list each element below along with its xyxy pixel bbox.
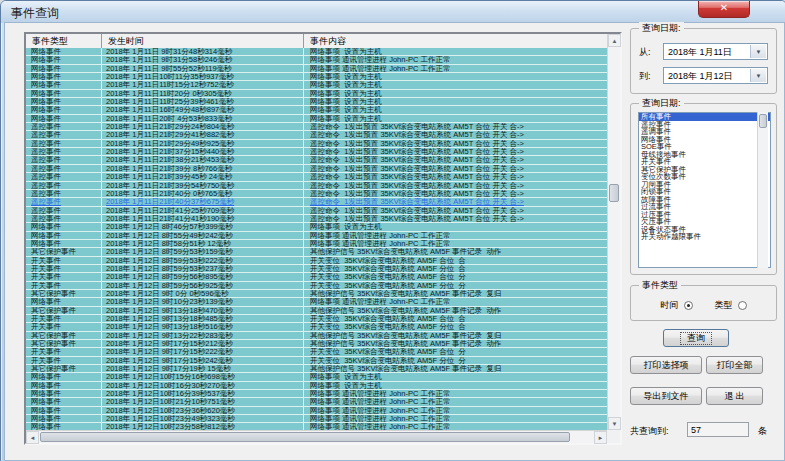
table-row[interactable]: 遥控事件2018年 1月11日21时29分41秒882毫秒遥控命令 1发出预置 … [26, 131, 607, 139]
event-type-option[interactable]: 设备状态事件 [639, 226, 770, 234]
horizontal-scroll-thumb[interactable] [40, 432, 570, 442]
titlebar[interactable]: 事件查询 ✕ [1, 1, 785, 23]
table-row[interactable]: 遥控事件2018年 1月11日21时37分15秒440毫秒遥控命令 1发出预置 … [26, 148, 607, 156]
event-type-option[interactable]: SOE事件 [639, 143, 770, 151]
table-row[interactable]: 网络事件2018年 1月11日 9时31分58秒246毫秒网络事项 通讯管理进程… [26, 56, 607, 64]
export-to-file-button[interactable]: 导出到文件 [630, 387, 702, 405]
table-row[interactable]: 网络事件2018年 1月11日16时49分48秒897毫秒网络事项 设置为主机 [26, 106, 607, 114]
table-row[interactable]: 开关事件2018年 1月12日 8时59分56秒925毫秒开关变位 35KV综合… [26, 282, 607, 290]
table-row[interactable]: 其它保护事件2018年 1月12日 9时13分22秒283毫秒其他保护信号 35… [26, 332, 607, 340]
table-cell-content: 开关变位 35KV综合变电站系统 AM5F 分位 合 [304, 265, 607, 272]
table-row[interactable]: 遥控事件2018年 1月11日21时40分37秒675毫秒遥控命令 1发出预置 … [26, 198, 607, 206]
event-type-option[interactable]: 遥控事件 [639, 121, 770, 129]
table-cell-time: 2018年 1月12日 8时59分56秒895毫秒 [102, 273, 304, 280]
event-type-option[interactable]: 开关事件 [639, 158, 770, 166]
listbox-scrollbar[interactable] [757, 112, 768, 268]
table-row[interactable]: 遥控事件2018年 1月11日21时41分41秒190毫秒遥控命令 1发出预置 … [26, 215, 607, 223]
table-row[interactable]: 网络事件2018年 1月12日 8时55分49秒242毫秒网络事项 通讯管理进程… [26, 232, 607, 240]
table-row[interactable]: 网络事件2018年 1月12日10时15分16秒698毫秒网络事项 设置为主机 [26, 373, 607, 381]
event-type-option[interactable]: 欠压事件 [639, 218, 770, 226]
query-button[interactable]: 查询 [663, 329, 729, 347]
event-type-option[interactable]: 开关动作越限事件 [639, 233, 770, 241]
table-row[interactable]: 网络事件2018年 1月11日 9时55分52秒119毫秒网络事项 通讯管理进程… [26, 65, 607, 73]
radio-option[interactable]: 时间 [661, 299, 693, 312]
table-cell-content: 遥控命令 1发出预置 35KV综合变电站系统 AM5T 合位 开关 合-> [304, 123, 607, 130]
table-row[interactable]: 开关事件2018年 1月12日 8时59分53秒222毫秒开关变位 35KV综合… [26, 257, 607, 265]
table-row[interactable]: 网络事件2018年 1月12日 8时46分57秒399毫秒网络事项 设置为主机 [26, 223, 607, 231]
event-type-option[interactable]: 变位次数事件 [639, 173, 770, 181]
close-button[interactable]: ✕ [698, 1, 750, 18]
event-type-option[interactable]: 遥调事件 [639, 128, 770, 136]
table-row[interactable]: 其它保护事件2018年 1月12日 9时17分15秒212毫秒其他保护信号 35… [26, 340, 607, 348]
table-row[interactable]: 开关事件2018年 1月12日 9时13分18秒485毫秒开关变位 35KV综合… [26, 315, 607, 323]
table-row[interactable]: 开关事件2018年 1月12日 9时13分18秒516毫秒开关变位 35KV综合… [26, 323, 607, 331]
scroll-down-icon[interactable]: ▼ [608, 417, 621, 430]
table-row[interactable]: 遥控事件2018年 1月11日21时39分 8秒766毫秒遥控命令 1发出预置 … [26, 165, 607, 173]
table-row[interactable]: 其它保护事件2018年 1月12日 9时13分18秒470毫秒其他保护信号 35… [26, 307, 607, 315]
event-type-option[interactable]: 网络事件 [639, 136, 770, 144]
event-type-option[interactable]: 故障事件 [639, 196, 770, 204]
table-row[interactable]: 网络事件2018年 1月12日10时23分49秒323毫秒网络事项 通讯管理进程… [26, 415, 607, 423]
table-row[interactable]: 网络事件2018年 1月12日 8时58分51秒 12毫秒网络事项 通讯管理进程… [26, 240, 607, 248]
event-type-option[interactable]: 母线接地事件 [639, 151, 770, 159]
event-type-option[interactable]: 其它保护事件 [639, 166, 770, 174]
print-selected-button[interactable]: 打印选择项 [630, 356, 702, 374]
exit-button[interactable]: 退 出 [706, 387, 763, 405]
table-row[interactable]: 其它保护事件2018年 1月12日 9时17分19秒 15毫秒其他保护信号 35… [26, 365, 607, 373]
table-row[interactable]: 遥控事件2018年 1月11日21时41分25秒709毫秒遥控命令 1发出预置 … [26, 207, 607, 215]
table-vertical-scrollbar[interactable]: ▲ ▼ [607, 34, 620, 430]
table-row[interactable]: 开关事件2018年 1月12日 9时17分15秒222毫秒开关变位 35KV综合… [26, 348, 607, 356]
to-date-combobox[interactable]: 2018年 1月12日 ▼ [663, 67, 768, 84]
table-row[interactable]: 网络事件2018年 1月12日10时21分10秒751毫秒网络事项 通讯管理进程… [26, 398, 607, 406]
event-type-option[interactable]: 过压事件 [639, 211, 770, 219]
header-occur-time[interactable]: 发生时间 [102, 34, 304, 48]
table-cell-time: 2018年 1月11日 9时55分52秒119毫秒 [102, 65, 304, 72]
table-row[interactable]: 遥控事件2018年 1月11日21时40分 0秒765毫秒遥控命令 1发出预置 … [26, 190, 607, 198]
radio-circle[interactable] [684, 301, 693, 310]
table-row[interactable]: 网络事件2018年 1月12日 9时10分23秒139毫秒网络事项 通讯管理进程… [26, 298, 607, 306]
table-row[interactable]: 开关事件2018年 1月12日 8时59分56秒895毫秒开关变位 35KV综合… [26, 273, 607, 281]
table-row[interactable]: 网络事件2018年 1月12日10时23分36秒620毫秒网络事项 通讯管理进程… [26, 407, 607, 415]
table-cell-time: 2018年 1月12日10时21分10秒751毫秒 [102, 398, 304, 405]
table-row[interactable]: 开关事件2018年 1月12日 9时17分15秒242毫秒开关变位 35KV综合… [26, 357, 607, 365]
event-type-listbox[interactable]: 所有事件遥控事件遥调事件网络事件SOE事件母线接地事件开关事件其它保护事件变位次… [638, 112, 771, 268]
event-type-option[interactable]: 闭锁事件 [639, 188, 770, 196]
table-row[interactable]: 遥控事件2018年 1月11日21时38分21秒453毫秒遥控命令 1发出预置 … [26, 156, 607, 164]
table-row[interactable]: 遥控事件2018年 1月11日21时39分54秒750毫秒遥控命令 1发出预置 … [26, 182, 607, 190]
table-row[interactable]: 网络事件2018年 1月11日11时25分39秒461毫秒网络事项 设置为主机 [26, 98, 607, 106]
table-row[interactable]: 开关事件2018年 1月12日 8时59分53秒237毫秒开关变位 35KV综合… [26, 265, 607, 273]
radio-option[interactable]: 类型 [715, 299, 747, 312]
event-type-option[interactable]: 刀闸事件 [639, 181, 770, 189]
table-row[interactable]: 网络事件2018年 1月12日10时16分30秒270毫秒网络事项 设置为主机 [26, 382, 607, 390]
table-row[interactable]: 网络事件2018年 1月11日11时20分 0秒305毫秒网络事项 设置为主机 [26, 90, 607, 98]
print-all-button[interactable]: 打印全部 [706, 356, 763, 374]
table-row[interactable]: 网络事件2018年 1月11日11时15分12秒752毫秒网络事项 设置为主机 [26, 81, 607, 89]
header-event-content[interactable]: 事件内容 [304, 34, 607, 48]
header-event-type[interactable]: 事件类型 [26, 34, 102, 48]
scroll-up-icon[interactable]: ▲ [608, 34, 621, 47]
vertical-scroll-thumb[interactable] [609, 184, 619, 202]
table-row[interactable]: 网络事件2018年 1月12日10时16分39秒537毫秒网络事项 通讯管理进程… [26, 390, 607, 398]
table-row[interactable]: 其它保护事件2018年 1月12日 9时 0分 0秒596毫秒其他保护信号 35… [26, 290, 607, 298]
event-type-option[interactable]: 过流事件 [639, 203, 770, 211]
chevron-down-icon[interactable]: ▼ [750, 69, 766, 82]
scroll-left-icon[interactable]: ◄ [26, 431, 39, 444]
from-date-combobox[interactable]: 2018年 1月11日 ▼ [663, 43, 768, 60]
table-row[interactable]: 遥控事件2018年 1月11日21时29分24秒804毫秒遥控命令 1发出预置 … [26, 123, 607, 131]
table-row[interactable]: 遥控事件2018年 1月11日21时29分49秒925毫秒遥控命令 1发出预置 … [26, 140, 607, 148]
scroll-right-icon[interactable]: ► [594, 431, 607, 444]
table-cell-type: 遥控事件 [26, 123, 102, 130]
table-row[interactable]: 网络事件2018年 1月11日10时11分35秒937毫秒网络事项 设置为主机 [26, 73, 607, 81]
table-horizontal-scrollbar[interactable]: ◄ ► [26, 430, 607, 443]
chevron-down-icon[interactable]: ▼ [750, 45, 766, 58]
radio-label: 类型 [715, 299, 733, 312]
radio-circle[interactable] [738, 301, 747, 310]
event-type-option[interactable]: 所有事件 [639, 113, 770, 121]
table-row[interactable]: 遥控事件2018年 1月11日21时39分45秒 24毫秒遥控命令 1发出预置 … [26, 173, 607, 181]
table-cell-content: 遥控命令 1发出预置 35KV综合变电站系统 AM5T 合位 开关 合-> [304, 173, 607, 180]
table-row[interactable]: 网络事件2018年 1月11日20时 4分53秒833毫秒网络事项 设置为主机 [26, 115, 607, 123]
table-row[interactable]: 网络事件2018年 1月11日 9时31分48秒314毫秒网络事项 设置为主机 [26, 48, 607, 56]
table-cell-type: 网络事件 [26, 81, 102, 88]
listbox-scroll-thumb[interactable] [759, 114, 767, 128]
table-row[interactable]: 其它保护事件2018年 1月12日 8时59分53秒159毫秒其他保护信号 35… [26, 248, 607, 256]
